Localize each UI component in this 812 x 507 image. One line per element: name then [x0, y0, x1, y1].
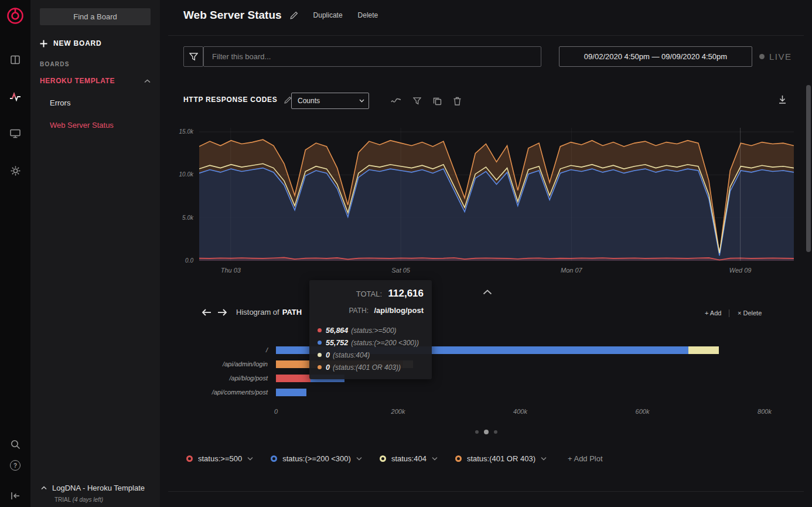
logdna-logo-icon — [6, 7, 24, 25]
new-board-label: NEW BOARD — [53, 39, 102, 47]
chevron-up-icon — [41, 486, 47, 490]
tooltip-path-label: PATH: — [349, 307, 369, 315]
header-divider — [168, 35, 804, 36]
bar-segment[interactable] — [688, 346, 719, 354]
board-group-heroku-template[interactable]: HEROKU TEMPLATE — [40, 77, 151, 85]
nav-graphs-active[interactable] — [0, 86, 30, 107]
date-range-value: 09/02/2020 4:50pm — 09/09/2020 4:50pm — [584, 52, 727, 61]
sidebar-board-item[interactable]: Web Server Status — [50, 121, 114, 130]
legend-item[interactable]: status:>=500 — [186, 454, 253, 463]
histogram-title-prefix: Histogram of — [236, 308, 279, 317]
find-board-input[interactable] — [40, 8, 151, 25]
tooltip-total-value: 112,616 — [388, 288, 424, 299]
plus-icon — [40, 40, 47, 47]
histogram-prev-button[interactable] — [202, 308, 211, 317]
metric-select[interactable]: Counts — [291, 93, 369, 109]
edit-title-button[interactable] — [290, 11, 298, 19]
legend-item[interactable]: status:(>=200 <300) — [271, 454, 362, 463]
export-graph-button[interactable] — [778, 95, 787, 104]
arrow-left-icon — [202, 308, 211, 317]
icon-rail: ? — [0, 0, 30, 507]
line-chart-icon — [391, 97, 401, 104]
board-list: ErrorsWeb Server Status — [50, 98, 114, 130]
duplicate-board-button[interactable]: Duplicate — [313, 11, 343, 19]
live-label: LIVE — [769, 52, 792, 62]
bar-segment[interactable] — [276, 389, 306, 396]
nav-screens[interactable] — [0, 123, 30, 144]
chart-tooltip: TOTAL: 112,616 PATH: /api/blog/post 56,8… — [309, 280, 432, 379]
logdna-logo[interactable] — [6, 7, 24, 25]
board-filter-button[interactable] — [183, 46, 203, 67]
add-plot-button[interactable]: + Add Plot — [568, 454, 603, 463]
nav-search[interactable] — [0, 434, 30, 455]
histogram-add-button[interactable]: + Add — [705, 309, 721, 317]
delete-graph-button[interactable] — [453, 97, 461, 106]
histogram-delete-button[interactable]: × Delete — [738, 309, 762, 317]
timeseries-chart[interactable] — [199, 128, 794, 261]
trial-label: TRIAL — [54, 496, 71, 503]
bar-row-label: /api/blog/post — [168, 375, 268, 382]
nav-settings[interactable] — [0, 160, 30, 181]
tooltip-series-value: 55,752 — [326, 339, 348, 347]
legend-label: status:404 — [391, 454, 427, 463]
bar-axis-label: 200k — [391, 408, 405, 415]
legend-item[interactable]: status:(401 OR 403) — [455, 454, 547, 463]
delete-board-button[interactable]: Delete — [358, 11, 378, 19]
plot-legend: status:>=500status:(>=200 <300)status:40… — [186, 454, 603, 463]
date-range-picker[interactable]: 09/02/2020 4:50pm — 09/09/2020 4:50pm — [559, 46, 752, 67]
legend-item[interactable]: status:404 — [380, 454, 438, 463]
collapse-graph-button[interactable] — [483, 290, 492, 295]
filter-funnel-icon — [189, 53, 198, 61]
chevron-down-icon[interactable] — [432, 457, 438, 461]
chevron-down-icon[interactable] — [541, 457, 547, 461]
series-color-dot — [318, 328, 322, 332]
chevron-down-icon[interactable] — [356, 457, 362, 461]
page-title: Web Server Status — [183, 9, 282, 22]
rail-collapse-button[interactable] — [0, 485, 30, 506]
pencil-icon — [290, 11, 298, 19]
bar-row — [276, 389, 765, 396]
help-icon: ? — [10, 460, 21, 471]
page-dot[interactable] — [494, 430, 497, 434]
new-board-button[interactable]: NEW BOARD — [40, 39, 102, 48]
y-axis-label: 0.0 — [166, 257, 193, 265]
timeseries-svg — [199, 128, 794, 261]
graph-title: HTTP RESPONSE CODES — [183, 96, 277, 104]
page-dot-current[interactable] — [484, 430, 489, 434]
series-color-dot — [318, 341, 322, 345]
board-filter-input[interactable] — [203, 46, 541, 67]
histogram-next-button[interactable] — [217, 308, 227, 317]
bar-row-label: /api/admin/login — [168, 360, 268, 368]
tooltip-series-row: 0(status:404) — [318, 349, 424, 361]
trial-days-left: (4 days left) — [73, 496, 103, 503]
logdna-app: ? NEW BOARD BOARDS HEROKU TEMPLATE Error… — [0, 0, 812, 507]
trash-icon — [453, 97, 461, 106]
chevron-down-icon[interactable] — [247, 457, 253, 461]
live-status-dot — [759, 54, 765, 59]
main-content: Web Server Status Duplicate Delete 09/02… — [160, 0, 812, 507]
scrollbar-thumb[interactable] — [806, 85, 811, 252]
metric-select-wrap: Counts — [291, 93, 369, 109]
bar-axis-label: 0 — [274, 408, 278, 415]
series-color-dot — [318, 365, 322, 369]
duplicate-graph-button[interactable] — [433, 97, 442, 106]
graph-filter-button[interactable] — [413, 97, 421, 105]
sidebar-footer[interactable]: LogDNA - Heroku Template — [41, 484, 145, 492]
live-toggle[interactable]: LIVE — [759, 46, 792, 67]
chevron-up-icon — [144, 79, 151, 83]
tooltip-series-query: (status:>=500) — [351, 326, 396, 335]
tooltip-rows: 56,864(status:>=500)55,752(status:(>=200… — [318, 324, 424, 373]
bar-segment[interactable] — [276, 375, 311, 382]
bar-row-label: / — [168, 346, 268, 354]
monitor-icon — [10, 129, 21, 138]
page-dot[interactable] — [475, 430, 479, 434]
histogram-title: Histogram of PATH — [236, 308, 302, 317]
nav-boards[interactable] — [0, 49, 30, 70]
tooltip-series-value: 0 — [326, 363, 330, 372]
nav-help[interactable]: ? — [0, 455, 30, 476]
sidebar-board-item[interactable]: Errors — [50, 98, 114, 108]
chart-type-button[interactable] — [391, 97, 401, 104]
histogram-pagination — [475, 430, 497, 434]
bar-axis-label: 400k — [513, 408, 527, 415]
search-icon — [11, 440, 21, 450]
